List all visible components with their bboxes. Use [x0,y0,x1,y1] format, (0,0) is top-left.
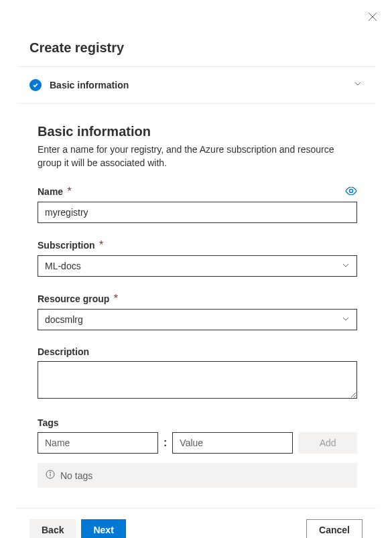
svg-point-5 [50,472,51,473]
field-tags: Tags : Add No tags [38,417,357,488]
step-title: Basic information [50,80,129,90]
next-button[interactable]: Next [81,519,125,538]
resource-group-label: Resource group [38,293,109,304]
tag-name-input[interactable] [38,432,158,454]
field-description: Description [38,346,357,401]
close-button[interactable] [368,12,377,24]
visibility-icon[interactable] [345,186,357,198]
chevron-down-icon [342,314,350,325]
info-icon [46,470,55,481]
close-icon [368,12,377,21]
section-heading: Basic information [38,124,357,139]
required-indicator: * [96,239,104,251]
field-name: Name * [38,186,357,223]
footer: Back Next Cancel [0,509,392,538]
field-subscription: Subscription * ML-docs [38,239,357,277]
tag-separator: : [164,437,167,449]
name-label: Name [38,186,63,197]
resource-group-value: docsmlrg [45,314,83,325]
section-description: Enter a name for your registry, and the … [38,143,357,170]
no-tags-message: No tags [38,463,357,488]
add-tag-button[interactable]: Add [298,432,357,454]
subscription-value: ML-docs [45,261,81,271]
required-indicator: * [111,293,118,304]
required-indicator: * [64,186,72,197]
chevron-down-icon [353,79,363,91]
description-label: Description [38,346,89,357]
description-input[interactable] [38,361,357,399]
tags-label: Tags [38,417,59,428]
subscription-label: Subscription [38,240,95,251]
chevron-down-icon [342,261,350,271]
no-tags-text: No tags [60,470,92,481]
tag-value-input[interactable] [172,432,293,454]
subscription-select[interactable]: ML-docs [38,255,357,277]
name-input[interactable] [38,202,357,223]
step-header-left: Basic information [29,79,129,91]
form-section: Basic information Enter a name for your … [0,104,392,501]
check-complete-icon [29,79,42,91]
cancel-button[interactable]: Cancel [306,519,363,538]
field-resource-group: Resource group * docsmlrg [38,293,357,330]
panel-title: Create registry [0,0,392,66]
svg-point-2 [350,190,353,193]
resource-group-select[interactable]: docsmlrg [38,309,357,330]
step-header[interactable]: Basic information [0,67,392,103]
back-button[interactable]: Back [29,519,76,538]
